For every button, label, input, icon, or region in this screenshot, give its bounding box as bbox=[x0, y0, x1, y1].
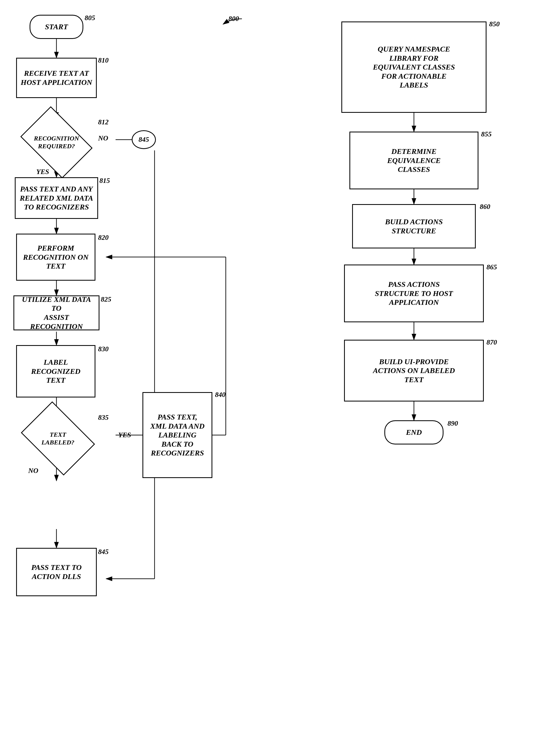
node-855: DETERMINEEQUIVALENCECLASSES bbox=[349, 132, 478, 189]
ref-865: 865 bbox=[486, 263, 497, 271]
no-label-812: NO bbox=[98, 134, 108, 142]
node-860: BUILD ACTIONSSTRUCTURE bbox=[352, 204, 476, 248]
end-node: END bbox=[384, 420, 443, 444]
node-835-wrapper: TEXTLABELED? bbox=[19, 413, 97, 463]
node-830: LABEL RECOGNIZEDTEXT bbox=[16, 345, 95, 398]
node-820: PERFORMRECOGNITION ONTEXT bbox=[16, 234, 95, 281]
ref-845-box: 845 bbox=[98, 548, 108, 556]
node-870: BUILD UI-PROVIDEACTIONS ON LABELEDTEXT bbox=[344, 340, 484, 402]
ref-855: 855 bbox=[481, 130, 491, 138]
start-node: START bbox=[30, 15, 83, 39]
ref-810: 810 bbox=[98, 56, 108, 64]
ref-820: 820 bbox=[98, 234, 108, 242]
ref-840: 840 bbox=[215, 391, 226, 399]
ref-825: 825 bbox=[101, 295, 111, 303]
arrow-800 bbox=[215, 14, 250, 30]
ref-805: 805 bbox=[85, 14, 95, 22]
node-812-wrapper: RECOGNITIONREQUIRED? bbox=[18, 118, 95, 166]
node-810: RECEIVE TEXT ATHOST APPLICATION bbox=[16, 58, 97, 98]
ref-815: 815 bbox=[99, 177, 110, 185]
no-label-835: NO bbox=[28, 467, 39, 475]
circle-845: 845 bbox=[132, 130, 156, 149]
ref-860: 860 bbox=[480, 203, 490, 211]
ref-835: 835 bbox=[98, 413, 108, 422]
node-825: UTILIZE XML DATA TOASSIST RECOGNITION bbox=[14, 295, 99, 330]
node-850: QUERY NAMESPACELIBRARY FOREQUIVALENT CLA… bbox=[341, 22, 486, 113]
ref-850: 850 bbox=[489, 20, 500, 28]
yes-label-812: YES bbox=[36, 168, 49, 176]
ref-870: 870 bbox=[486, 339, 497, 347]
ref-812: 812 bbox=[98, 118, 108, 126]
ref-890: 890 bbox=[448, 420, 458, 428]
node-815: PASS TEXT AND ANYRELATED XML DATATO RECO… bbox=[15, 177, 98, 219]
yes-label-835: YES bbox=[118, 431, 131, 439]
ref-830: 830 bbox=[98, 345, 108, 353]
flowchart-diagram: 800 START 805 RECEIVE TEXT ATHOST APPLIC… bbox=[0, 0, 558, 756]
node-845-box: PASS TEXT TOACTION DLLS bbox=[16, 548, 97, 596]
node-865: PASS ACTIONSSTRUCTURE TO HOSTAPPLICATION bbox=[344, 265, 484, 322]
node-840: PASS TEXT,XML DATA ANDLABELINGBACK TOREC… bbox=[143, 392, 212, 478]
